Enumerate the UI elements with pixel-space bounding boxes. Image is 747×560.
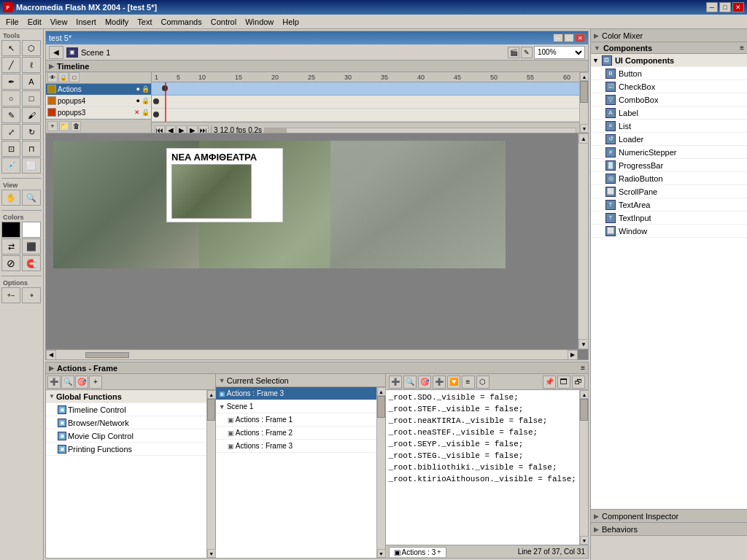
layer-popups3[interactable]: popups3 ✕ 🔒: [46, 107, 151, 119]
close-button[interactable]: ✕: [732, 2, 744, 12]
stage-vscrollbar[interactable]: ▲ ▼: [578, 133, 588, 349]
script-pin-btn[interactable]: 📌: [543, 376, 556, 389]
actions-options-icon[interactable]: ≡: [581, 364, 585, 372]
option2[interactable]: ⌖: [22, 287, 41, 303]
sel-actions-frame3-b[interactable]: ▣ Actions : Frame 3: [216, 440, 376, 453]
edit-symbols-icon[interactable]: ✎: [521, 47, 533, 58]
option1[interactable]: +–: [1, 287, 20, 303]
line-tool[interactable]: ╱: [1, 57, 20, 73]
layer-lock-popups3[interactable]: 🔒: [142, 109, 150, 116]
doc-maximize[interactable]: □: [564, 34, 574, 42]
actions-target-btn[interactable]: 🎯: [75, 376, 88, 389]
components-options-icon[interactable]: ≡: [740, 44, 744, 52]
subselect-tool[interactable]: ⬡: [22, 40, 41, 56]
timeline-scroll-up[interactable]: ▲: [580, 72, 589, 81]
hand-tool[interactable]: ✋: [1, 190, 20, 206]
delete-layer-button[interactable]: 🗑: [71, 121, 81, 131]
comp-combobox[interactable]: ▽ ComboBox: [591, 93, 747, 106]
menu-window[interactable]: Window: [241, 16, 278, 28]
comp-numericstepper[interactable]: # NumericStepper: [591, 146, 747, 159]
stage-scroll-up[interactable]: ▲: [578, 133, 588, 144]
printing-functions-item[interactable]: ▣ Printing Functions: [46, 443, 206, 456]
lasso-tool[interactable]: ℓ: [22, 57, 41, 73]
menu-modify[interactable]: Modify: [101, 16, 133, 28]
paintbucket-tool[interactable]: ⊓: [22, 141, 41, 157]
zoom-tool[interactable]: 🔍: [22, 190, 41, 206]
stage-scroll-left[interactable]: ◀: [46, 350, 56, 360]
script-collapse-btn[interactable]: 🗖: [557, 376, 570, 389]
last-frame-button[interactable]: ⏭: [198, 125, 209, 133]
stage-scroll-down[interactable]: ▼: [578, 339, 588, 349]
comp-label[interactable]: A Label: [591, 106, 747, 120]
actions-tab-close[interactable]: +: [437, 548, 441, 556]
add-folder-button[interactable]: 📁: [59, 121, 69, 131]
tree-scroll-down[interactable]: ▼: [207, 549, 216, 558]
fillxform-tool[interactable]: ↻: [22, 124, 41, 140]
timeline-control-item[interactable]: ▣ Timeline Control: [46, 403, 206, 416]
fill-color[interactable]: [22, 222, 41, 238]
script-scroll-down[interactable]: ▼: [580, 536, 589, 545]
comp-button[interactable]: B Button: [591, 67, 747, 80]
timeline-scroll-down[interactable]: ▼: [580, 124, 589, 133]
ui-components-section[interactable]: ▼ ⊡ UI Components: [591, 54, 747, 67]
layer-actions[interactable]: Actions ● 🔒: [46, 84, 151, 96]
comp-textarea[interactable]: T TextArea: [591, 198, 747, 211]
menu-text[interactable]: Text: [133, 16, 156, 28]
lock-all-button[interactable]: 🔒: [58, 72, 69, 82]
layer-visible-popups4[interactable]: ●: [136, 97, 140, 104]
script-insert-btn[interactable]: 🎯: [418, 376, 431, 389]
color-mixer-panel[interactable]: ▶ Color Mixer: [591, 29, 747, 42]
sel-actions-frame3[interactable]: ▣ Actions : Frame 3: [216, 387, 376, 400]
comp-loader[interactable]: ↺ Loader: [591, 133, 747, 146]
pencil-tool[interactable]: ✎: [1, 107, 20, 123]
menu-help[interactable]: Help: [278, 16, 303, 28]
arrow-tool[interactable]: ↖: [1, 40, 20, 56]
actions-tree-scrollbar[interactable]: ▲ ▼: [206, 390, 215, 558]
comp-window[interactable]: ⬜ Window: [591, 225, 747, 238]
layer-lock-popups4[interactable]: 🔒: [142, 97, 150, 104]
sel-actions-frame2[interactable]: ▣ Actions : Frame 2: [216, 427, 376, 440]
global-functions-item[interactable]: ▼ Global Functions: [46, 390, 206, 403]
frame-scroll[interactable]: [264, 128, 576, 133]
eye-all-button[interactable]: 👁: [47, 72, 58, 82]
sel-actions-frame1[interactable]: ▣ Actions : Frame 1: [216, 413, 376, 427]
first-frame-button[interactable]: ⏮: [155, 125, 165, 133]
menu-file[interactable]: File: [1, 16, 23, 28]
ink-tool[interactable]: ⊡: [1, 141, 20, 157]
swap-colors[interactable]: ⇄: [1, 238, 20, 254]
script-add-btn[interactable]: ➕: [389, 376, 402, 389]
script-expand-btn[interactable]: 🗗: [572, 376, 585, 389]
menu-control[interactable]: Control: [206, 16, 241, 28]
script-find-btn[interactable]: 🔍: [403, 376, 417, 389]
play-button[interactable]: ▶: [177, 125, 187, 133]
menu-insert[interactable]: Insert: [71, 16, 101, 28]
actions-add-btn[interactable]: ➕: [47, 376, 61, 389]
prev-frame-button[interactable]: ◀: [166, 125, 176, 133]
actions-tab[interactable]: ▣ Actions : 3 +: [389, 547, 446, 557]
layer-popups4[interactable]: popups4 ● 🔒: [46, 96, 151, 107]
comp-list[interactable]: ≡ List: [591, 120, 747, 133]
script-scroll-up[interactable]: ▲: [580, 390, 589, 399]
components-header[interactable]: ▼ Components ≡: [591, 42, 747, 54]
script-autoformat-btn[interactable]: 🔽: [447, 376, 460, 389]
oval-tool[interactable]: ○: [1, 90, 20, 106]
stage-icon[interactable]: 🎬: [508, 47, 519, 58]
script-help-btn[interactable]: ≡: [462, 376, 475, 389]
text-tool[interactable]: A: [22, 74, 41, 90]
default-colors[interactable]: ⬛: [22, 238, 41, 254]
script-debug-btn[interactable]: ⬡: [476, 376, 489, 389]
actions-plus-btn[interactable]: +: [89, 376, 102, 389]
sel-scene1[interactable]: ▼ Scene 1: [216, 400, 376, 413]
rect-tool[interactable]: □: [22, 90, 41, 106]
timeline-header[interactable]: ▶ Timeline: [46, 61, 588, 72]
add-layer-button[interactable]: +: [47, 121, 58, 131]
outline-all-button[interactable]: □: [69, 72, 80, 82]
next-frame-button[interactable]: ▶: [187, 125, 198, 133]
none-color[interactable]: ⊘: [1, 255, 20, 271]
behaviors-panel[interactable]: ▶ Behaviors: [591, 523, 747, 536]
comp-checkbox[interactable]: ☑ CheckBox: [591, 80, 747, 93]
eraser-tool[interactable]: ⬜: [22, 158, 41, 174]
doc-close[interactable]: ✕: [575, 34, 585, 42]
menu-commands[interactable]: Commands: [156, 16, 206, 28]
sel-scroll-down[interactable]: ▼: [377, 549, 386, 558]
